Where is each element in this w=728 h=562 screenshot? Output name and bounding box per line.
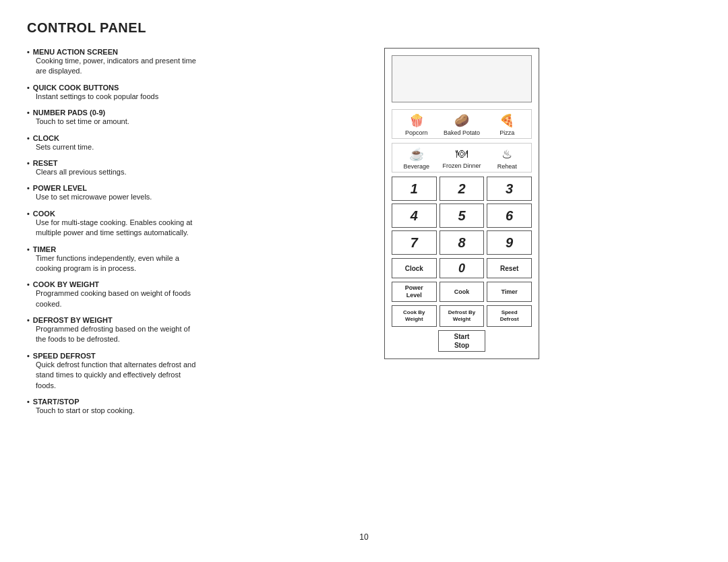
bullet-dot: • bbox=[27, 352, 30, 360]
qc-btn-baked-potato[interactable]: 🥔 Baked Potato bbox=[442, 113, 482, 136]
bullet-desc-speed-defrost: Quick defrost function that alternates d… bbox=[27, 360, 202, 391]
bullet-heading-timer: TIMER bbox=[33, 245, 56, 253]
quick-cook-row-1: 🍿 Popcorn 🥔 Baked Potato 🍕 Pizza bbox=[392, 109, 532, 139]
bullet-item-menu-action-screen: • MENU ACTION SCREEN Cooking time, power… bbox=[27, 48, 202, 77]
bullet-heading-cook-by-weight: COOK BY WEIGHT bbox=[33, 280, 99, 288]
bullet-dot: • bbox=[27, 280, 30, 288]
bullet-desc-power-level: Use to set microwave power levels. bbox=[27, 192, 202, 202]
power-level-btn[interactable]: PowerLevel bbox=[392, 282, 437, 302]
bullet-heading-quick-cook-buttons: QUICK COOK BUTTONS bbox=[33, 84, 119, 92]
qc-icon-popcorn: 🍿 bbox=[409, 113, 424, 128]
clock-zero-reset-row: Clock0Reset bbox=[392, 258, 532, 278]
bullet-item-reset: • RESET Clears all previous settings. bbox=[27, 159, 202, 177]
qc-label-frozen-dinner: Frozen Dinner bbox=[442, 162, 481, 169]
bullet-title-clock: • CLOCK bbox=[27, 134, 202, 142]
qc-btn-beverage[interactable]: ☕ Beverage bbox=[396, 147, 437, 170]
bullet-heading-number-pads: NUMBER PADS (0-9) bbox=[33, 108, 105, 117]
bullet-desc-reset: Clears all previous settings. bbox=[27, 167, 202, 177]
timer-btn[interactable]: Timer bbox=[487, 282, 532, 302]
quick-cook-row-2: ☕ Beverage 🍽 Frozen Dinner ♨ Reheat bbox=[392, 143, 532, 173]
num-btn-7[interactable]: 7 bbox=[392, 230, 437, 255]
right-column: 🍿 Popcorn 🥔 Baked Potato 🍕 Pizza ☕ Bever… bbox=[222, 48, 701, 526]
bullet-desc-cook-by-weight: Programmed cooking based on weight of fo… bbox=[27, 288, 202, 309]
cook-by-weight-btn[interactable]: Cook ByWeight bbox=[392, 305, 437, 327]
page-container: CONTROL PANEL • MENU ACTION SCREEN Cooki… bbox=[0, 0, 728, 562]
display-screen bbox=[392, 55, 532, 102]
bullet-dot: • bbox=[27, 108, 30, 117]
power-cook-timer-row: PowerLevelCookTimer bbox=[392, 282, 532, 302]
qc-icon-reheat: ♨ bbox=[502, 147, 512, 162]
speed-defrost-btn[interactable]: SpeedDefrost bbox=[487, 305, 532, 327]
page-title: CONTROL PANEL bbox=[27, 20, 701, 36]
bullet-desc-defrost-by-weight: Programmed defrosting based on the weigh… bbox=[27, 324, 202, 345]
cook-defrost-speed-row: Cook ByWeightDefrost ByWeightSpeedDefros… bbox=[392, 305, 532, 327]
num-btn-2[interactable]: 2 bbox=[439, 177, 485, 201]
qc-btn-reheat[interactable]: ♨ Reheat bbox=[487, 147, 527, 170]
bullet-dot: • bbox=[27, 84, 30, 92]
start-stop-btn[interactable]: StartStop bbox=[438, 330, 485, 352]
bullet-item-clock: • CLOCK Sets current time. bbox=[27, 134, 202, 152]
bullet-title-speed-defrost: • SPEED DEFROST bbox=[27, 352, 202, 360]
bullet-desc-number-pads: Touch to set time or amount. bbox=[27, 117, 202, 127]
speed-defrost-btn-label: Defrost bbox=[500, 316, 519, 323]
bullet-item-quick-cook-buttons: • QUICK COOK BUTTONS Instant settings to… bbox=[27, 84, 202, 102]
bullet-item-defrost-by-weight: • DEFROST BY WEIGHT Programmed defrostin… bbox=[27, 316, 202, 345]
bullet-title-menu-action-screen: • MENU ACTION SCREEN bbox=[27, 48, 202, 56]
num-btn-8[interactable]: 8 bbox=[439, 230, 485, 255]
qc-icon-frozen-dinner: 🍽 bbox=[456, 147, 468, 161]
qc-icon-pizza: 🍕 bbox=[499, 113, 514, 128]
bullet-desc-quick-cook-buttons: Instant settings to cook popular foods bbox=[27, 92, 202, 102]
bullet-title-timer: • TIMER bbox=[27, 245, 202, 253]
cook-btn-label: Cook bbox=[454, 288, 470, 296]
bullet-title-start-stop: • START/STOP bbox=[27, 398, 202, 406]
bullet-dot: • bbox=[27, 210, 30, 218]
page-number: 10 bbox=[27, 532, 701, 542]
qc-icon-baked-potato: 🥔 bbox=[454, 113, 469, 128]
bullet-desc-clock: Sets current time. bbox=[27, 142, 202, 152]
bullet-heading-start-stop: START/STOP bbox=[33, 398, 80, 406]
cook-by-weight-btn-label: Weight bbox=[405, 316, 423, 323]
start-stop-label: Stop bbox=[454, 341, 469, 350]
num-btn-9[interactable]: 9 bbox=[487, 230, 532, 255]
defrost-by-weight-btn-label: Defrost By bbox=[448, 309, 475, 316]
qc-btn-popcorn[interactable]: 🍿 Popcorn bbox=[396, 113, 437, 136]
qc-btn-pizza[interactable]: 🍕 Pizza bbox=[487, 113, 527, 136]
bullet-dot: • bbox=[27, 398, 30, 406]
bullet-title-cook: • COOK bbox=[27, 210, 202, 218]
num-btn-5[interactable]: 5 bbox=[439, 204, 485, 228]
bullet-item-power-level: • POWER LEVEL Use to set microwave power… bbox=[27, 184, 202, 202]
bullet-dot: • bbox=[27, 316, 30, 324]
defrost-by-weight-btn[interactable]: Defrost ByWeight bbox=[439, 305, 485, 327]
qc-label-popcorn: Popcorn bbox=[405, 129, 428, 136]
num-btn-1[interactable]: 1 bbox=[392, 177, 437, 201]
bullet-item-cook-by-weight: • COOK BY WEIGHT Programmed cooking base… bbox=[27, 280, 202, 309]
cook-btn[interactable]: Cook bbox=[439, 282, 485, 302]
reset-btn[interactable]: Reset bbox=[487, 258, 532, 278]
bullet-heading-speed-defrost: SPEED DEFROST bbox=[33, 352, 96, 360]
bullet-title-reset: • RESET bbox=[27, 159, 202, 167]
bullet-desc-timer: Timer functions independently, even whil… bbox=[27, 253, 202, 274]
qc-label-pizza: Pizza bbox=[499, 129, 514, 136]
qc-icon-beverage: ☕ bbox=[409, 147, 424, 162]
power-level-btn-label: Power bbox=[405, 284, 423, 292]
qc-label-baked-potato: Baked Potato bbox=[444, 129, 480, 136]
bullet-item-start-stop: • START/STOP Touch to start or stop cook… bbox=[27, 398, 202, 416]
cook-by-weight-btn-label: Cook By bbox=[403, 309, 425, 316]
start-stop-label: Start bbox=[454, 332, 470, 341]
bullet-heading-clock: CLOCK bbox=[33, 134, 59, 142]
numpad: 123456789 bbox=[392, 177, 532, 255]
bullet-item-timer: • TIMER Timer functions independently, e… bbox=[27, 245, 202, 274]
power-level-btn-label: Level bbox=[406, 292, 422, 299]
speed-defrost-btn-label: Speed bbox=[502, 309, 518, 316]
num-btn-6[interactable]: 6 bbox=[487, 204, 532, 228]
bullet-desc-cook: Use for multi-stage cooking. Enables coo… bbox=[27, 218, 202, 239]
zero-btn[interactable]: 0 bbox=[439, 258, 485, 278]
qc-btn-frozen-dinner[interactable]: 🍽 Frozen Dinner bbox=[442, 147, 482, 170]
bullet-heading-defrost-by-weight: DEFROST BY WEIGHT bbox=[33, 316, 113, 324]
start-stop-row: StartStop bbox=[392, 330, 532, 352]
num-btn-3[interactable]: 3 bbox=[487, 177, 532, 201]
clock-btn[interactable]: Clock bbox=[392, 258, 437, 278]
num-btn-4[interactable]: 4 bbox=[392, 204, 437, 228]
bullet-dot: • bbox=[27, 184, 30, 192]
timer-btn-label: Timer bbox=[501, 288, 517, 296]
